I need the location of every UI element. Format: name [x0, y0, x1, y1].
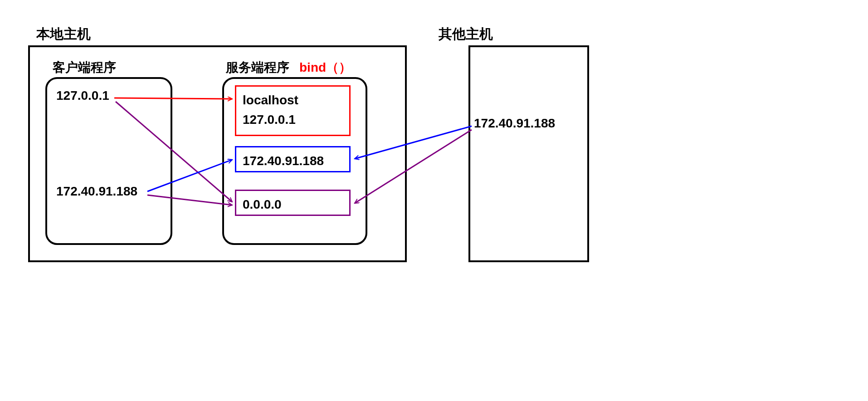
client-ip-loopback: 127.0.0.1: [56, 88, 109, 103]
title-other-host: 其他主机: [439, 25, 493, 44]
bind-any-box: 0.0.0.0: [235, 190, 351, 216]
title-local-host: 本地主机: [36, 25, 91, 44]
bind-label: bind（）: [299, 59, 351, 76]
bind-localhost-line2: 127.0.0.1: [243, 112, 296, 127]
client-ip-lan: 172.40.91.188: [56, 184, 137, 199]
bind-localhost-line1: localhost: [243, 93, 298, 107]
server-title: 服务端程序: [226, 59, 289, 76]
diagram-stage: 本地主机 其他主机 客户端程序 127.0.0.1 172.40.91.188 …: [0, 0, 868, 401]
bind-lan-box: 172.40.91.188: [235, 146, 351, 172]
other-host-ip: 172.40.91.188: [474, 116, 555, 131]
other-host-box: [468, 45, 589, 262]
bind-localhost-box: localhost 127.0.0.1: [235, 85, 351, 136]
bind-lan-text: 172.40.91.188: [243, 154, 324, 168]
bind-any-text: 0.0.0.0: [243, 197, 282, 211]
client-title: 客户端程序: [53, 59, 116, 76]
